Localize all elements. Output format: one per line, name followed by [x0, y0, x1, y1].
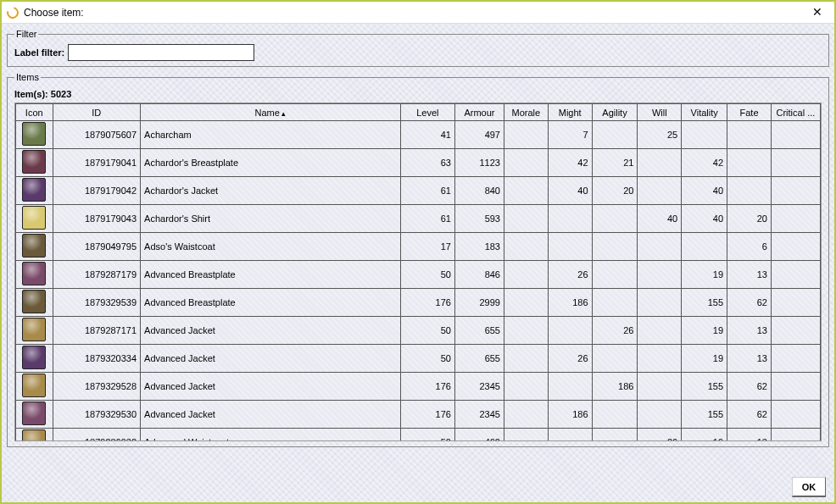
cell-fate: 13: [727, 317, 772, 345]
items-count: Item(s): 5023: [14, 89, 822, 99]
cell-name: Advanced Waistcoat: [141, 429, 401, 441]
col-will[interactable]: Will: [638, 104, 682, 121]
item-icon: [22, 234, 46, 258]
item-icon: [22, 290, 46, 313]
cell-will: 40: [638, 205, 682, 233]
cell-icon: [16, 289, 53, 317]
cell-morale: [504, 121, 548, 149]
cell-armour: 2345: [454, 401, 504, 429]
cell-icon: [16, 429, 53, 441]
cell-id: 1879329528: [53, 373, 141, 401]
filter-group: Filter Label filter:: [7, 29, 829, 67]
col-fate[interactable]: Fate: [727, 104, 772, 121]
cell-will: 25: [638, 121, 682, 149]
cell-fate: 13: [727, 261, 772, 289]
cell-name: Adso's Waistcoat: [141, 233, 401, 261]
item-icon: [22, 346, 46, 369]
cell-fate: [727, 177, 772, 205]
cell-id: 1879329530: [53, 401, 141, 429]
cell-vitality: 40: [682, 205, 727, 233]
cell-morale: [504, 289, 548, 317]
cell-armour: 655: [454, 345, 504, 373]
col-might[interactable]: Might: [548, 104, 592, 121]
table-row[interactable]: 1879287179Advanced Breastplate5084626191…: [16, 261, 821, 289]
cell-fate: 62: [727, 373, 772, 401]
cell-critical: [771, 121, 820, 149]
col-name[interactable]: Name: [141, 104, 401, 121]
table-row[interactable]: 1879179043Achardor's Shirt61593404020: [16, 205, 821, 233]
cell-icon: [16, 317, 53, 345]
table-row[interactable]: 1879075607Acharcham41497725: [16, 121, 821, 149]
item-icon: [22, 429, 46, 440]
items-table-wrap: Icon ID Name Level Armour Morale Might A…: [14, 102, 822, 441]
cell-vitality: [682, 121, 727, 149]
cell-might: [548, 429, 592, 441]
cell-fate: 13: [727, 345, 772, 373]
table-row[interactable]: 1879320334Advanced Jacket50655261913: [16, 345, 821, 373]
items-tbody: 1879075607Acharcham414977251879179041Ach…: [16, 121, 821, 441]
window-content: Filter Label filter: Items Item(s): 5023: [2, 24, 834, 502]
items-scroll[interactable]: Icon ID Name Level Armour Morale Might A…: [15, 103, 821, 440]
cell-level: 176: [400, 289, 454, 317]
table-row[interactable]: 1879179041Achardor's Breastplate63112342…: [16, 149, 821, 177]
cell-icon: [16, 373, 53, 401]
cell-level: 41: [400, 121, 454, 149]
label-filter-input[interactable]: [68, 44, 254, 61]
cell-armour: 840: [454, 177, 504, 205]
item-icon: [22, 178, 46, 202]
table-row[interactable]: 1879329539Advanced Breastplate1762999186…: [16, 289, 821, 317]
label-filter-label: Label filter:: [14, 47, 64, 58]
col-vitality[interactable]: Vitality: [682, 104, 727, 121]
cell-fate: 62: [727, 401, 772, 429]
cell-name: Achardor's Jacket: [141, 177, 401, 205]
cell-icon: [16, 205, 53, 233]
col-critical[interactable]: Critical ...: [771, 104, 820, 121]
col-agility[interactable]: Agility: [592, 104, 638, 121]
table-row[interactable]: 1879287171Advanced Jacket50655261913: [16, 317, 821, 345]
cell-level: 61: [400, 177, 454, 205]
cell-armour: 183: [454, 233, 504, 261]
close-icon[interactable]: ✕: [805, 4, 829, 21]
col-morale[interactable]: Morale: [504, 104, 548, 121]
col-icon[interactable]: Icon: [16, 104, 53, 121]
cell-agility: 20: [592, 177, 638, 205]
cell-level: 17: [400, 233, 454, 261]
cell-morale: [504, 149, 548, 177]
cell-level: 50: [400, 261, 454, 289]
cell-agility: [592, 261, 638, 289]
table-row[interactable]: 1879049795Adso's Waistcoat171836: [16, 233, 821, 261]
cell-might: 26: [548, 261, 592, 289]
table-row[interactable]: 1879179042Achardor's Jacket61840402040: [16, 177, 821, 205]
cell-id: 1879179042: [53, 177, 141, 205]
cell-might: 40: [548, 177, 592, 205]
cell-morale: [504, 345, 548, 373]
table-row[interactable]: 1879329530Advanced Jacket176234518615562: [16, 401, 821, 429]
cell-agility: [592, 429, 638, 441]
ok-button[interactable]: OK: [792, 477, 826, 497]
cell-morale: [504, 233, 548, 261]
cell-fate: 62: [727, 289, 772, 317]
cell-critical: [771, 429, 820, 441]
cell-armour: 846: [454, 261, 504, 289]
cell-morale: [504, 401, 548, 429]
cell-critical: [771, 317, 820, 345]
cell-armour: 497: [454, 121, 504, 149]
cell-critical: [771, 261, 820, 289]
cell-will: [638, 373, 682, 401]
col-level[interactable]: Level: [400, 104, 454, 121]
items-table: Icon ID Name Level Armour Morale Might A…: [15, 103, 821, 440]
cell-icon: [16, 177, 53, 205]
cell-name: Advanced Jacket: [141, 317, 401, 345]
cell-agility: 26: [592, 317, 638, 345]
cell-critical: [771, 373, 820, 401]
cell-id: 1879287179: [53, 261, 141, 289]
cell-will: [638, 149, 682, 177]
cell-icon: [16, 401, 53, 429]
item-icon: [22, 262, 46, 285]
cell-might: 186: [548, 289, 592, 317]
table-row[interactable]: 1879329528Advanced Jacket176234518615562: [16, 373, 821, 401]
col-armour[interactable]: Armour: [454, 104, 504, 121]
cell-armour: 2999: [454, 289, 504, 317]
table-row[interactable]: 1879286932Advanced Waistcoat50462261913: [16, 429, 821, 441]
col-id[interactable]: ID: [53, 104, 141, 121]
